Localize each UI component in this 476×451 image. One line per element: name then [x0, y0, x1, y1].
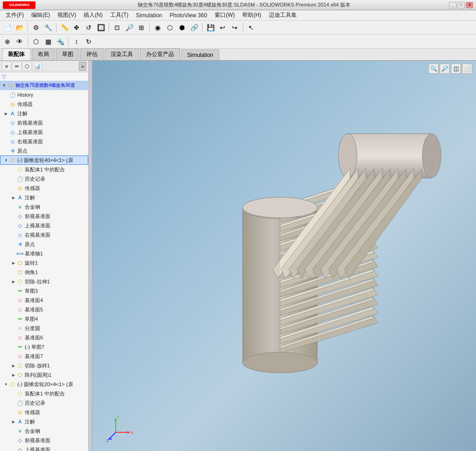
tree-expand-origin1[interactable]	[3, 148, 9, 154]
tree-expand-history[interactable]	[3, 92, 9, 98]
tree-item-annotation2[interactable]: ▶ A 注解	[0, 193, 88, 202]
tree-item-front-plane3[interactable]: ◇ 前视基准面	[0, 436, 88, 445]
select-button[interactable]: ↖	[245, 22, 257, 33]
new-button[interactable]: 📄	[2, 22, 13, 33]
move-button[interactable]: ✥	[71, 22, 82, 33]
tree-expand-pitch-circle[interactable]	[11, 325, 16, 331]
tree-item-material2[interactable]: ≡ 合金钢	[0, 426, 88, 436]
tree-expand-sketch3[interactable]	[11, 288, 16, 294]
tree-item-chamfer1[interactable]: ⬡ 倒角1	[0, 268, 88, 277]
tree-expand-top-plane2[interactable]	[11, 223, 16, 228]
feature-manager-icon[interactable]: ≡	[2, 62, 11, 71]
tree-expand-top-plane3[interactable]	[11, 447, 16, 451]
tree-expand-right-plane2[interactable]	[11, 232, 16, 238]
tree-expand-material2[interactable]	[11, 428, 16, 434]
tree-item-annotation3[interactable]: ▶ A 注解	[0, 417, 88, 426]
tree-item-front-plane2[interactable]: ◇ 前视基准面	[0, 211, 88, 221]
tab-sketch[interactable]: 草图	[56, 48, 79, 60]
menu-window[interactable]: 窗口(W)	[211, 10, 238, 20]
tree-item-assembly-mate1[interactable]: ⬡ 装配体1 中的配合	[0, 165, 88, 174]
tree-expand-sketch7-neg[interactable]	[11, 344, 16, 350]
menu-simulation[interactable]: Simulation	[132, 11, 166, 20]
tree-item-base-plane5[interactable]: ◇ 基准面5	[0, 305, 88, 314]
tree-item-sketch3[interactable]: ✏ 草图3	[0, 286, 88, 296]
tree-item-sensor2[interactable]: ◎ 传感器	[0, 183, 88, 193]
tree-expand-assembly-mate1[interactable]	[11, 167, 16, 172]
tree-item-hist-record1[interactable]: 🕐 历史记录	[0, 174, 88, 183]
tree-expand-chamfer1[interactable]	[11, 269, 16, 275]
tab-office[interactable]: 办公室产品	[140, 48, 180, 60]
component-button[interactable]: ⬢	[176, 22, 188, 33]
property-manager-icon[interactable]: ✏	[12, 62, 21, 71]
tree-item-cone-gear-40[interactable]: ▼ ⬡ (-) 圆锥齿轮40×4<1> (原	[0, 155, 88, 165]
menu-tools[interactable]: 工具(T)	[106, 10, 132, 20]
tree-item-pattern-circ1[interactable]: ▶ ⬡ 阵列(圆周)1	[0, 370, 88, 380]
tree-expand-base-plane6[interactable]	[11, 335, 16, 340]
menu-photoview[interactable]: PhotoView 360	[166, 11, 211, 20]
tree-expand-annotation1[interactable]: ▶	[3, 111, 9, 116]
sidebar-resize-handle[interactable]: ⋮	[89, 61, 92, 451]
config-manager-icon[interactable]: ⬡	[22, 62, 32, 71]
zoom-select-button[interactable]: 🔎	[124, 22, 135, 33]
tree-item-cut-extrude1[interactable]: ▶ ⬡ 切除-拉伸1	[0, 277, 88, 286]
tree-expand-front-plane2[interactable]	[11, 213, 16, 219]
display-button[interactable]: ◉	[152, 22, 163, 33]
tree-item-cone-gear-20[interactable]: ▼ ⬡ (-) 圆锥齿轮20×4<1> (原	[0, 380, 88, 389]
tree-item-pitch-circle[interactable]: ○ 分度圆	[0, 324, 88, 333]
tree-expand-sensor1[interactable]	[3, 101, 9, 107]
measure-button[interactable]: 📏	[59, 22, 70, 33]
tree-expand-sensor3[interactable]	[11, 409, 16, 415]
tree-item-base-plane7[interactable]: ◇ 基准面7	[0, 352, 88, 361]
tree-item-hist-record2[interactable]: 🕐 历史记录	[0, 398, 88, 408]
menu-edit[interactable]: 编辑(E)	[28, 10, 54, 20]
tree-item-cut-loft1[interactable]: ▶ ⬡ 切除-放样1	[0, 361, 88, 370]
close-button[interactable]: ✕	[466, 2, 473, 8]
options-button[interactable]: 🔧	[42, 22, 54, 33]
tab-layout[interactable]: 布局	[32, 48, 55, 60]
sidebar-collapse-button[interactable]: »	[79, 62, 86, 71]
tree-expand-hist-record2[interactable]	[11, 400, 16, 406]
tree-expand-top-plane1[interactable]	[3, 129, 9, 135]
tree-expand-annotation2[interactable]: ▶	[11, 195, 16, 200]
save-button[interactable]: 💾	[205, 22, 216, 33]
tab-assembly[interactable]: 装配体	[2, 48, 31, 60]
tree-expand-sensor2[interactable]	[11, 185, 16, 191]
menu-maidi[interactable]: 迈迪工具集	[265, 10, 301, 20]
tree-expand-base-plane7[interactable]	[11, 353, 16, 359]
tree-item-base-plane6[interactable]: ◇ 基准面6	[0, 333, 88, 342]
tab-simulation[interactable]: Simulation	[181, 49, 219, 60]
tree-item-base-plane4[interactable]: ◇ 基准面4	[0, 296, 88, 305]
rebuild-button[interactable]: ⚙	[30, 22, 42, 33]
tree-item-top-plane3[interactable]: ◇ 上视基准面	[0, 445, 88, 451]
zoom-out-view-button[interactable]: 🔎	[440, 63, 450, 74]
zoom-fit-button[interactable]: ⊡	[112, 22, 123, 33]
tree-expand-hist-record1[interactable]	[11, 176, 16, 182]
tree-expand-cone-gear-20[interactable]: ▼	[3, 381, 9, 387]
rotate-button[interactable]: ↺	[83, 22, 94, 33]
tree-expand-root[interactable]: ▼	[1, 83, 7, 88]
hidden-component-button[interactable]: 👁	[14, 36, 25, 47]
tree-item-history[interactable]: 🕐 History	[0, 90, 88, 99]
tab-render[interactable]: 渲染工具	[105, 48, 139, 60]
tree-expand-cut-extrude1[interactable]: ▶	[11, 279, 16, 284]
rotate-comp-button[interactable]: ↻	[83, 36, 94, 47]
tree-expand-front-plane3[interactable]	[11, 437, 16, 443]
smart-fastener-button[interactable]: 🔩	[55, 36, 66, 47]
view-orient-button[interactable]: ◫	[451, 63, 461, 74]
tree-expand-revolve1[interactable]: ▶	[11, 260, 16, 266]
tree-expand-base-axis1[interactable]	[11, 251, 16, 256]
menu-insert[interactable]: 插入(N)	[80, 10, 106, 20]
open-button[interactable]: 📂	[14, 22, 25, 33]
tab-evaluate[interactable]: 评估	[80, 48, 104, 60]
tree-item-front-plane1[interactable]: ◇ 前视基准面	[0, 118, 88, 127]
tree-expand-cut-loft1[interactable]: ▶	[11, 363, 16, 368]
tree-item-annotation1[interactable]: ▶ A 注解	[0, 109, 88, 118]
menu-file[interactable]: 文件(F)	[2, 10, 28, 20]
tree-expand-front-plane1[interactable]	[3, 120, 9, 126]
tree-root[interactable]: ▼ ⬡ 轴交角75度模数4螺旋角30度	[0, 81, 88, 90]
tree-item-sketch7-neg[interactable]: ✏ (-) 草图7	[0, 342, 88, 352]
zoom-area-button[interactable]: ⊞	[136, 22, 147, 33]
tree-expand-assembly-mate2[interactable]	[11, 391, 16, 396]
tree-item-top-plane2[interactable]: ◇ 上视基准面	[0, 221, 88, 230]
maximize-button[interactable]: □	[457, 2, 465, 8]
